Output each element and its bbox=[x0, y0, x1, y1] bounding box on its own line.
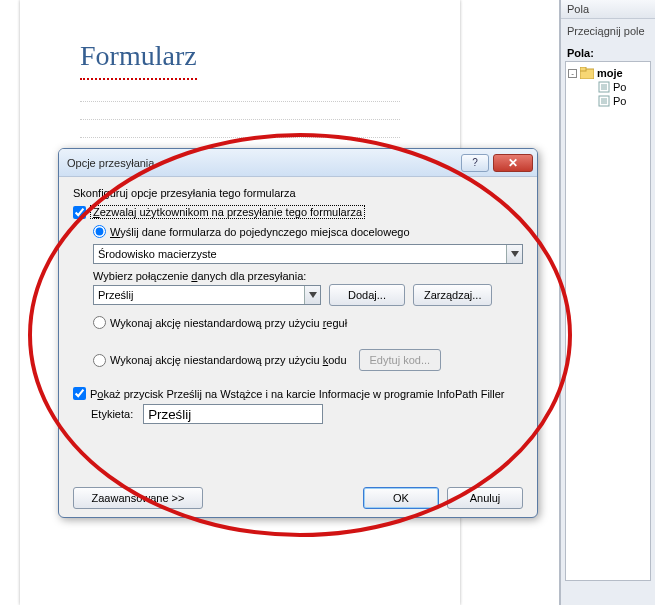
fields-pane-instruction: Przeciągnij pole bbox=[561, 19, 655, 43]
help-button[interactable]: ? bbox=[461, 154, 489, 172]
allow-submit-label: Zezwalaj użytkownikom na przesyłanie teg… bbox=[90, 205, 365, 219]
dialog-title: Opcje przesyłania bbox=[67, 157, 457, 169]
tree-item-label: Po bbox=[613, 95, 626, 107]
etykieta-input[interactable] bbox=[143, 404, 323, 424]
custom-code-radio[interactable] bbox=[93, 354, 106, 367]
allow-submit-checkbox[interactable] bbox=[73, 206, 86, 219]
field-icon bbox=[598, 81, 610, 93]
ok-button[interactable]: OK bbox=[363, 487, 439, 509]
custom-rules-radio[interactable] bbox=[93, 316, 106, 329]
tree-item[interactable]: Po bbox=[568, 94, 648, 108]
fields-pane: Pola Przeciągnij pole Pola: - moje Po Po bbox=[560, 0, 655, 605]
field-icon bbox=[598, 95, 610, 107]
tree-item[interactable]: Po bbox=[568, 80, 648, 94]
show-submit-button-label: Pokaż przycisk Prześlij na Wstążce i na … bbox=[90, 388, 505, 400]
tree-root[interactable]: - moje bbox=[568, 66, 648, 80]
connection-label: Wybierz połączenie danych dla przesyłani… bbox=[93, 270, 523, 282]
page-title: Formularz bbox=[80, 40, 197, 80]
folder-icon bbox=[580, 67, 594, 79]
tree-item-label: Po bbox=[613, 81, 626, 93]
chevron-down-icon[interactable] bbox=[304, 286, 320, 304]
rule-line bbox=[80, 102, 400, 120]
etykieta-label: Etykieta: bbox=[91, 408, 133, 420]
tree-toggle-icon[interactable]: - bbox=[568, 69, 577, 78]
rule-line bbox=[80, 120, 400, 138]
submit-options-dialog: Opcje przesyłania ? ✕ Skonfiguruj opcje … bbox=[58, 148, 538, 518]
rule-line bbox=[80, 84, 400, 102]
add-connection-button[interactable]: Dodaj... bbox=[329, 284, 405, 306]
svg-rect-1 bbox=[580, 67, 586, 71]
custom-rules-label: Wykonaj akcję niestandardową przy użyciu… bbox=[110, 317, 347, 329]
dialog-description: Skonfiguruj opcje przesyłania tego formu… bbox=[73, 187, 523, 199]
show-submit-button-checkbox[interactable] bbox=[73, 387, 86, 400]
advanced-button[interactable]: Zaawansowane >> bbox=[73, 487, 203, 509]
destination-combo[interactable]: Środowisko macierzyste bbox=[93, 244, 523, 264]
fields-pane-label: Pola: bbox=[561, 43, 655, 61]
chevron-down-icon[interactable] bbox=[506, 245, 522, 263]
close-icon: ✕ bbox=[508, 156, 518, 170]
single-destination-radio[interactable] bbox=[93, 225, 106, 238]
fields-pane-title: Pola bbox=[561, 0, 655, 19]
cancel-button[interactable]: Anuluj bbox=[447, 487, 523, 509]
custom-code-label: Wykonaj akcję niestandardową przy użyciu… bbox=[110, 354, 347, 366]
connection-combo[interactable]: Prześlij bbox=[93, 285, 321, 305]
edit-code-button: Edytuj kod... bbox=[359, 349, 442, 371]
destination-combo-text: Środowisko macierzyste bbox=[94, 246, 506, 262]
dialog-titlebar[interactable]: Opcje przesyłania ? ✕ bbox=[59, 149, 537, 177]
single-destination-label: Wyślij dane formularza do pojedynczego m… bbox=[110, 226, 410, 238]
help-icon: ? bbox=[472, 157, 478, 168]
svg-marker-10 bbox=[511, 251, 519, 257]
close-button[interactable]: ✕ bbox=[493, 154, 533, 172]
svg-marker-11 bbox=[309, 292, 317, 298]
manage-connections-button[interactable]: Zarządzaj... bbox=[413, 284, 492, 306]
connection-combo-text: Prześlij bbox=[94, 287, 304, 303]
fields-tree[interactable]: - moje Po Po bbox=[565, 61, 651, 581]
tree-root-label: moje bbox=[597, 67, 623, 79]
